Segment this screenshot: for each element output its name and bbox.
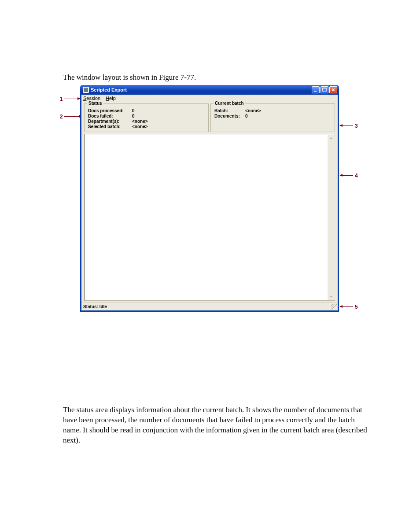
status-docs-failed-value: 0 (132, 114, 205, 118)
app-window: Scripted Export Session Help (80, 85, 339, 312)
svg-rect-0 (314, 91, 317, 92)
menu-session-rest: ession (86, 96, 100, 101)
status-docs-processed-value: 0 (132, 108, 205, 113)
current-batch-value: <none> (245, 108, 331, 113)
minimize-button[interactable] (312, 86, 320, 93)
callout-4: 4 (355, 173, 358, 179)
current-batch-label: Batch: (214, 108, 245, 113)
vertical-scrollbar[interactable] (328, 135, 334, 300)
current-batch-group-title: Current batch (214, 101, 245, 106)
status-bar-text: Status: Idle (83, 304, 107, 309)
callout-2: 2 (60, 114, 63, 120)
scroll-up-button[interactable] (328, 135, 334, 141)
resize-grip-icon[interactable] (332, 304, 337, 310)
intro-paragraph: The window layout is shown in Figure 7-7… (63, 73, 196, 82)
status-selected-batch-label: Selected batch: (88, 124, 132, 129)
current-documents-value: 0 (245, 114, 331, 118)
status-departments-value: <none> (132, 119, 205, 124)
svg-rect-1 (323, 88, 326, 91)
status-area-paragraph: The status area displays information abo… (63, 405, 371, 446)
menu-help-rest: elp (109, 96, 116, 101)
callout-arrow-4 (340, 175, 353, 176)
status-group: Status Docs processed: 0 Docs failed: 0 … (84, 103, 209, 132)
callout-arrow-3 (340, 125, 353, 126)
status-selected-batch-value: <none> (132, 124, 205, 129)
status-group-title: Status (87, 101, 103, 106)
current-batch-group: Current batch Batch: <none> Documents: 0 (210, 103, 335, 132)
callout-arrow-1 (64, 99, 80, 99)
menu-bar: Session Help (81, 95, 338, 102)
close-button[interactable] (329, 86, 337, 93)
scroll-down-button[interactable] (328, 293, 334, 300)
callout-arrow-5 (340, 306, 353, 307)
menu-session[interactable]: Session (82, 96, 101, 101)
callout-1: 1 (60, 96, 63, 102)
status-docs-processed-label: Docs processed: (88, 108, 132, 113)
app-icon (83, 87, 89, 93)
menu-help[interactable]: Help (105, 96, 117, 101)
window-title: Scripted Export (91, 87, 312, 92)
current-documents-label: Documents: (214, 114, 245, 118)
status-departments-label: Department(s): (88, 119, 132, 124)
log-area[interactable] (84, 134, 335, 301)
callout-5: 5 (355, 304, 358, 310)
callout-arrow-2 (64, 116, 82, 117)
status-docs-failed-label: Docs failed: (88, 114, 132, 118)
title-bar[interactable]: Scripted Export (80, 85, 339, 95)
scroll-track[interactable] (328, 141, 334, 293)
callout-3: 3 (355, 123, 358, 129)
status-bar: Status: Idle (81, 303, 338, 310)
maximize-button[interactable] (321, 86, 328, 93)
